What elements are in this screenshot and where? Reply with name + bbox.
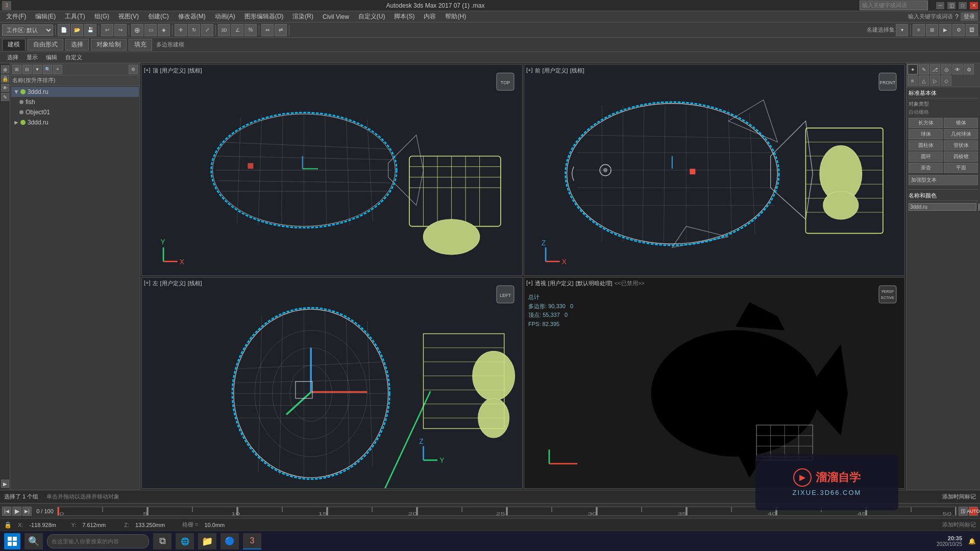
rp-cone[interactable]: 锥体 <box>944 118 978 128</box>
taskbar-chrome-btn[interactable]: 🔵 <box>220 533 239 549</box>
login-btn[interactable]: 登录 <box>961 12 978 21</box>
taskbar-edge-btn[interactable]: 🌐 <box>176 533 194 549</box>
workspace-dropdown[interactable]: 工作区: 默认 <box>2 24 53 36</box>
minimize-button[interactable]: ─ <box>936 2 944 9</box>
render-btn[interactable]: ▶ <box>939 24 951 36</box>
menu-item-tools[interactable]: 工具(T) <box>61 11 89 22</box>
render-setup-btn[interactable]: ⚙ <box>952 24 965 36</box>
tree-item-fish[interactable]: fish <box>17 97 139 107</box>
viewport-front-cube[interactable]: FRONT <box>875 69 900 94</box>
rp-tab-display[interactable]: 👁 <box>952 64 963 74</box>
rp-sphere[interactable]: 球体 <box>909 129 943 139</box>
move-btn[interactable]: ✛ <box>175 24 187 36</box>
menu-item-animation[interactable]: 动画(A) <box>211 11 239 22</box>
rp-cylinder[interactable]: 圆柱体 <box>909 140 943 151</box>
menu-item-file[interactable]: 文件(F) <box>2 11 30 22</box>
menu-item-group[interactable]: 组(G) <box>90 11 113 22</box>
tab-modeling[interactable]: 建模 <box>2 39 26 51</box>
restore-button[interactable]: ◫ <box>947 2 955 9</box>
redo-btn[interactable]: ↪ <box>114 24 127 36</box>
rp-box[interactable]: 长方体 <box>909 118 943 128</box>
prev-frame-btn[interactable]: |◀ <box>2 507 11 516</box>
scene-collapse-btn[interactable]: ⊟ <box>22 65 32 74</box>
rp-tab-hierarchy[interactable]: ⎇ <box>930 64 940 74</box>
timeline-playhead[interactable] <box>58 507 59 515</box>
toolbar3-display[interactable]: 显示 <box>23 54 41 61</box>
rp-tab-create[interactable]: ✦ <box>908 64 918 74</box>
play-btn[interactable]: ▶ <box>12 507 21 516</box>
strip-expand-btn[interactable]: ▶ <box>1 480 9 488</box>
rp-tab-modify[interactable]: ✎ <box>919 64 929 74</box>
taskbar-search-btn[interactable]: 🔍 <box>24 533 43 549</box>
scene-search-btn[interactable]: 🔍 <box>43 65 52 74</box>
tab-populate[interactable]: 填充 <box>129 39 152 51</box>
windows-start-button[interactable] <box>4 533 20 549</box>
next-frame-btn[interactable]: ▶| <box>22 507 32 516</box>
scene-settings-btn[interactable]: ⚙ <box>129 65 138 74</box>
rp-plane[interactable]: 平面 <box>944 163 978 173</box>
taskbar-3dsmax-btn[interactable]: 3 <box>243 533 261 549</box>
toolbar3-edit[interactable]: 编辑 <box>43 54 60 61</box>
rp-tube[interactable]: 管状体 <box>944 140 978 151</box>
save-btn[interactable]: 💾 <box>84 24 96 36</box>
help-icon[interactable]: ? <box>955 13 959 20</box>
toolbar3-custom[interactable]: 自定义 <box>62 54 85 61</box>
tree-item-3dddru-1[interactable]: ▼ 3ddd.ru <box>11 87 139 97</box>
rp-tab-utilities[interactable]: ⚙ <box>964 64 974 74</box>
menu-item-render[interactable]: 渲染(R) <box>288 11 317 22</box>
new-btn[interactable]: 📄 <box>58 24 70 36</box>
viewport-top[interactable]: [+] 顶 [用户定义] [线框] X Y <box>141 64 523 276</box>
scene-layer-btn[interactable]: ≡ <box>53 65 62 74</box>
named-sel-dropdown[interactable]: ▾ <box>896 24 908 36</box>
rp-tab-extra3[interactable]: ▷ <box>930 76 940 86</box>
menu-item-edit[interactable]: 编辑(E) <box>31 11 60 22</box>
rp-teapot[interactable]: 茶壶 <box>909 163 943 173</box>
viewport-front[interactable]: [+] 前 [用户定义] [线框] X Z <box>524 64 905 276</box>
select-region-btn[interactable]: ▭ <box>144 24 157 36</box>
rp-color-swatch[interactable] <box>978 204 979 211</box>
add-time-marker-btn[interactable]: 添加时间标记 <box>942 493 976 500</box>
scale-btn[interactable]: ⤢ <box>201 24 213 36</box>
menu-item-custom[interactable]: 自定义(U) <box>354 11 389 22</box>
rp-tab-extra1[interactable]: ≡ <box>908 76 918 86</box>
close-button[interactable]: ✕ <box>970 2 978 9</box>
rp-tab-motion[interactable]: ◎ <box>941 64 951 74</box>
snap-pct-btn[interactable]: % <box>244 24 257 36</box>
rotate-btn[interactable]: ↻ <box>188 24 200 36</box>
open-btn[interactable]: 📂 <box>71 24 83 36</box>
render-frame-btn[interactable]: 🖼 <box>966 24 978 36</box>
menu-item-view[interactable]: 视图(V) <box>114 11 143 22</box>
viewport-left[interactable]: [+] 左 [用户定义] [线框] Y Z <box>141 277 523 489</box>
taskbar-task-view-btn[interactable]: ⧉ <box>153 533 172 549</box>
strip-btn-3[interactable]: 👁 <box>1 84 9 92</box>
rp-pyramid[interactable]: 四棱锥 <box>944 152 978 162</box>
toolbar3-select[interactable]: 选择 <box>4 54 21 61</box>
rp-tab-extra4[interactable]: ◇ <box>941 76 951 86</box>
rp-torus[interactable]: 圆环 <box>909 152 943 162</box>
strip-btn-4[interactable]: ✎ <box>1 93 9 101</box>
strip-btn-1[interactable]: ⊕ <box>1 65 9 73</box>
taskbar-explorer-btn[interactable]: 📁 <box>198 533 216 549</box>
snap-angle-btn[interactable]: ∠ <box>231 24 243 36</box>
key-mode-btn[interactable]: ⚿ <box>959 507 968 516</box>
tree-item-object01[interactable]: Object01 <box>17 107 139 117</box>
scene-btn[interactable]: ⊞ <box>926 24 938 36</box>
select-all-btn[interactable]: ◈ <box>158 24 170 36</box>
tab-selection[interactable]: 选择 <box>65 39 89 51</box>
rp-tab-extra2[interactable]: △ <box>919 76 929 86</box>
menu-item-help[interactable]: 帮助(H) <box>441 11 470 22</box>
align-btn[interactable]: ⇌ <box>275 24 287 36</box>
menu-item-modifier[interactable]: 修改器(M) <box>174 11 210 22</box>
scene-expand-btn[interactable]: ⊞ <box>12 65 21 74</box>
rp-enhanced-text[interactable]: 加强型文本 <box>909 175 978 185</box>
undo-btn[interactable]: ↩ <box>101 24 113 36</box>
search-box-title[interactable]: 输入关键字或词语 <box>860 1 928 10</box>
rp-geosphere[interactable]: 几何球体 <box>944 129 978 139</box>
tree-item-3dddru-2[interactable]: ► 3ddd.ru <box>11 117 139 128</box>
scene-filter-btn[interactable]: ▼ <box>33 65 42 74</box>
menu-item-grapheditor[interactable]: 图形编辑器(D) <box>240 11 288 22</box>
tab-objectpaint[interactable]: 对象绘制 <box>91 39 127 51</box>
strip-btn-2[interactable]: 🔒 <box>1 74 9 83</box>
rp-name-input[interactable] <box>909 203 976 211</box>
win-notifications[interactable]: 🔔 <box>968 538 976 545</box>
